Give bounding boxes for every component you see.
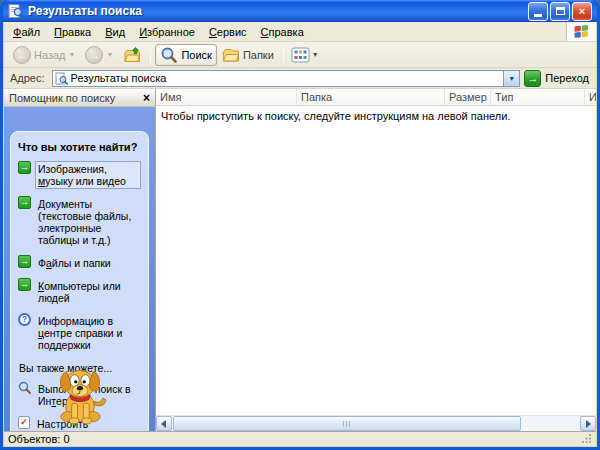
window-controls: × <box>528 2 592 21</box>
window-client-area: Файл Правка Вид Избранное Сервис Справка <box>3 22 597 447</box>
menu-file[interactable]: Файл <box>6 23 47 41</box>
search-companion-header: Помощник по поиску × <box>4 89 155 107</box>
search-assistant-dog[interactable] <box>42 363 118 429</box>
menu-help[interactable]: Справка <box>254 23 311 41</box>
green-arrow-icon: → <box>18 278 31 291</box>
search-label: Поиск <box>181 49 211 61</box>
go-button[interactable]: → Переход <box>524 70 593 87</box>
window-title: Результаты поиска <box>28 4 528 18</box>
search-box-title: Что вы хотите найти? <box>18 141 141 153</box>
sidebar-item-documents[interactable]: → Документы (текстовые файлы, электронны… <box>18 196 141 248</box>
toolbar-separator <box>283 45 284 65</box>
sidebar-item-computers-people[interactable]: → Компьютеры или людей <box>18 278 141 306</box>
column-header-modified[interactable]: И <box>585 89 596 105</box>
green-arrow-icon: → <box>18 196 31 209</box>
column-header-type[interactable]: Тип <box>491 89 585 105</box>
views-icon <box>291 47 310 63</box>
search-companion-title: Помощник по поиску <box>9 92 115 104</box>
minimize-icon <box>534 14 542 17</box>
maximize-icon <box>556 7 565 15</box>
scroll-left-button[interactable] <box>156 416 172 431</box>
assistant-settings-icon: ✓ <box>18 416 30 429</box>
windows-logo <box>566 22 596 41</box>
views-dropdown-icon: ▼ <box>312 51 319 58</box>
sidebar-item-files-folders[interactable]: → Файлы и папки <box>18 255 141 271</box>
explorer-window: Результаты поиска × Файл Правка Вид Избр… <box>0 0 600 450</box>
go-arrow-icon: → <box>524 70 541 87</box>
forward-button[interactable]: → ▼ <box>80 44 118 66</box>
maximize-button[interactable] <box>550 2 570 21</box>
sidebar-item-label: Информацию в центре справки и поддержки <box>35 313 141 353</box>
close-button[interactable]: × <box>572 2 592 21</box>
sidebar-item-label: Документы (текстовые файлы, электронные … <box>35 196 141 248</box>
menu-tools[interactable]: Сервис <box>202 23 254 41</box>
back-icon: ← <box>13 46 31 64</box>
help-icon: ? <box>18 313 31 326</box>
horizontal-scrollbar[interactable] <box>156 415 596 431</box>
green-arrow-icon: → <box>18 255 31 268</box>
menu-favorites[interactable]: Избранное <box>132 23 202 41</box>
search-companion-body: Что вы хотите найти? → Изображения, музы… <box>4 107 155 431</box>
addressbar: Адрес: Результаты поиска ▼ → Переход <box>4 68 596 89</box>
forward-icon: → <box>85 46 103 64</box>
results-list-area: Имя Папка Размер Тип И Чтобы приступить … <box>156 89 596 431</box>
back-dropdown-icon: ▼ <box>69 51 76 58</box>
sidebar-item-label: Компьютеры или людей <box>35 278 141 306</box>
search-hint-text: Чтобы приступить к поиску, следуйте инст… <box>156 106 596 122</box>
folders-icon <box>222 46 240 64</box>
titlebar[interactable]: Результаты поиска × <box>3 0 597 22</box>
green-arrow-icon: → <box>18 161 31 174</box>
address-dropdown-button[interactable]: ▼ <box>503 71 519 86</box>
address-combo[interactable]: Результаты поиска ▼ <box>52 70 521 87</box>
address-item-icon <box>55 72 68 85</box>
scrollbar-thumb[interactable] <box>173 416 521 431</box>
folders-button[interactable]: Папки <box>217 44 279 66</box>
scrollbar-track[interactable] <box>521 416 580 431</box>
folder-up-icon <box>123 46 141 64</box>
resize-grip[interactable] <box>581 433 592 446</box>
menu-view[interactable]: Вид <box>98 23 132 41</box>
column-header-size[interactable]: Размер <box>445 89 491 105</box>
up-button[interactable] <box>118 44 146 66</box>
search-companion-panel: Помощник по поиску × Что вы хотите найти… <box>4 89 156 431</box>
minimize-button[interactable] <box>528 2 548 21</box>
search-icon <box>160 46 178 64</box>
search-results-window-icon <box>8 3 24 19</box>
views-button[interactable]: ▼ <box>288 45 322 65</box>
go-label: Переход <box>545 72 589 84</box>
content-area: Помощник по поиску × Что вы хотите найти… <box>4 89 596 431</box>
sidebar-item-label: Файлы и папки <box>35 255 114 271</box>
sidebar-item-help-info[interactable]: ? Информацию в центре справки и поддержк… <box>18 313 141 353</box>
sidebar-item-label: Изображения, музыку или видео <box>35 161 141 189</box>
panel-close-icon[interactable]: × <box>143 92 150 104</box>
sidebar-item-pictures-music-video[interactable]: → Изображения, музыку или видео <box>18 161 141 189</box>
list-column-headers: Имя Папка Размер Тип И <box>156 89 596 106</box>
search-button[interactable]: Поиск <box>155 44 216 66</box>
address-label: Адрес: <box>7 72 48 84</box>
toolbar: ← Назад ▼ → ▼ <box>4 42 596 68</box>
object-count: Объектов: 0 <box>8 433 70 445</box>
folders-label: Папки <box>243 49 274 61</box>
close-icon: × <box>579 6 585 17</box>
scroll-right-button[interactable] <box>580 416 596 431</box>
column-header-folder[interactable]: Папка <box>297 89 445 105</box>
back-button[interactable]: ← Назад ▼ <box>8 44 80 66</box>
statusbar: Объектов: 0 <box>4 431 596 446</box>
column-header-name[interactable]: Имя <box>156 89 297 105</box>
back-label: Назад <box>34 49 66 61</box>
toolbar-separator <box>150 45 151 65</box>
internet-search-icon <box>18 381 31 396</box>
menu-edit[interactable]: Правка <box>47 23 98 41</box>
forward-dropdown-icon: ▼ <box>106 51 113 58</box>
address-value[interactable]: Результаты поиска <box>71 72 504 84</box>
menubar: Файл Правка Вид Избранное Сервис Справка <box>4 22 596 42</box>
